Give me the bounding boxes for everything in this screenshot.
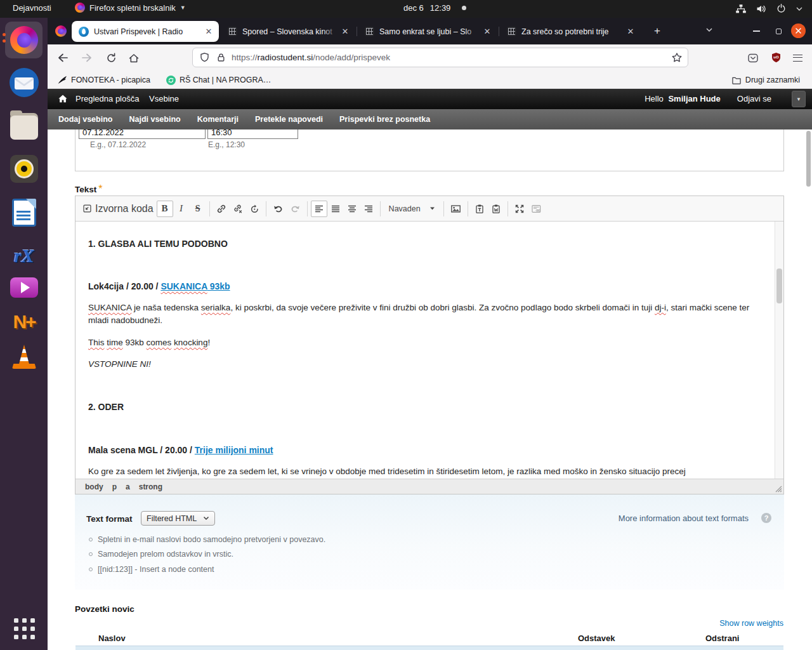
tab-close-icon[interactable]: ✕ [624, 27, 637, 36]
path-a[interactable]: a [126, 482, 130, 491]
paste-word-button[interactable] [488, 201, 504, 217]
help-icon[interactable]: ? [761, 513, 771, 523]
bookmark-fonoteka[interactable]: FONOTEKA - picapica [54, 74, 154, 86]
bookmark-star-button[interactable] [671, 52, 683, 63]
tab-separator [499, 27, 499, 36]
forward-button[interactable] [78, 49, 96, 67]
editor-scrollbar-thumb[interactable] [776, 269, 782, 303]
tab-close-icon[interactable]: ✕ [202, 27, 215, 36]
tekst-field-label: Tekst* [75, 183, 103, 195]
shield-icon [199, 52, 210, 63]
path-p[interactable]: p [112, 482, 117, 491]
anchor-button[interactable] [246, 201, 263, 217]
close-window-button[interactable] [791, 23, 806, 38]
show-row-weights-link[interactable]: Show row weights [719, 619, 783, 628]
italic-button[interactable]: I [173, 201, 190, 217]
menu-button[interactable] [789, 49, 806, 67]
align-right-button[interactable] [360, 201, 377, 217]
strikethrough-button[interactable]: S [190, 201, 206, 217]
align-center-button[interactable] [344, 201, 360, 217]
page-scrollbar-thumb[interactable] [806, 131, 811, 187]
unlink-button[interactable] [230, 201, 246, 217]
back-button[interactable] [54, 49, 72, 67]
resize-grip-icon[interactable] [775, 486, 782, 493]
tab-samo-enkrat[interactable]: Samo enkrat se ljubi – Slo ✕ [358, 21, 497, 42]
paste-text-button[interactable] [471, 201, 488, 217]
pocket-button[interactable] [744, 49, 762, 67]
drupal-home-button[interactable] [58, 94, 68, 103]
shortcut-dodaj-vsebino[interactable]: Dodaj vsebino [58, 115, 112, 124]
image-button[interactable] [447, 201, 464, 217]
shortcut-pretekle-napovedi[interactable]: Pretekle napovedi [255, 115, 323, 124]
dock-item-rx[interactable]: rX [8, 240, 40, 272]
editor-scrollbar[interactable] [775, 222, 783, 479]
activities-button[interactable]: Dejavnosti [9, 3, 55, 13]
minimize-button[interactable] [749, 23, 764, 39]
restore-button[interactable] [771, 23, 786, 39]
redo-button[interactable] [287, 201, 304, 217]
tab-separator [357, 27, 357, 36]
dock-item-rhythmbox[interactable] [8, 153, 40, 185]
home-button[interactable] [125, 49, 143, 67]
toolbar-toggle-button[interactable]: ▼ [792, 91, 806, 107]
thunderbird-dock-icon [10, 68, 39, 97]
link-button[interactable] [213, 201, 230, 217]
editor-paragraph: VSTOPNINE NI! [88, 358, 151, 371]
ublock-button[interactable]: uO [767, 49, 785, 67]
align-justify-button[interactable] [327, 201, 344, 217]
bold-button[interactable]: B [157, 201, 173, 217]
dock-item-vlc[interactable] [8, 342, 40, 373]
tab-list-button[interactable] [705, 26, 714, 34]
url-bar[interactable]: https://radiostudent.si/node/add/prispev… [192, 48, 688, 67]
system-status-area[interactable] [735, 3, 803, 14]
date-input[interactable] [79, 129, 206, 139]
field-label-text: Tekst [75, 185, 96, 194]
maximize-button[interactable] [511, 201, 528, 217]
paragraph-format-dropdown[interactable]: Navaden [384, 201, 440, 217]
more-info-link[interactable]: More information about text formats [619, 514, 749, 523]
greeting-text: Hello Smiljan Hude [645, 94, 721, 103]
tab-close-icon[interactable]: ✕ [339, 27, 351, 36]
source-button[interactable]: Izvorna koda [79, 201, 157, 217]
dock-item-videos[interactable] [8, 272, 40, 303]
new-tab-button[interactable]: + [649, 24, 665, 39]
show-apps-button[interactable] [8, 613, 40, 644]
dock-item-files[interactable] [8, 110, 40, 142]
ethernet-icon [735, 4, 747, 14]
dock-item-firefox[interactable] [8, 24, 40, 56]
admin-link-vsebine[interactable]: Vsebine [149, 94, 179, 103]
editor-body[interactable]: 1. GLASBA ALI TEMU PODOBNO Lok4cija / 20… [75, 222, 783, 479]
reload-icon [106, 53, 117, 63]
reload-button[interactable] [102, 49, 120, 67]
firefox-view-button[interactable] [53, 23, 69, 39]
logout-link[interactable]: Odjavi se [737, 94, 771, 103]
admin-link-pregledna-plosca[interactable]: Pregledna plošča [75, 94, 139, 103]
dock-item-thunderbird[interactable] [8, 67, 40, 98]
shortcut-komentarji[interactable]: Komentarji [197, 115, 239, 124]
tab-za-sreco[interactable]: Za srečo so potrebni trije ✕ [500, 21, 641, 42]
shortcut-prispevki-brez-posnetka[interactable]: Prispevki brez posnetka [339, 115, 430, 124]
editor-link[interactable]: Trije milijoni minut [195, 445, 273, 455]
path-strong[interactable]: strong [139, 482, 162, 491]
align-left-button[interactable] [311, 201, 327, 217]
tab-close-icon[interactable]: ✕ [481, 27, 494, 36]
embed-button[interactable] [528, 201, 545, 217]
toolbar-separator [380, 201, 381, 216]
undo-button[interactable] [270, 201, 287, 217]
text-format-select[interactable]: Filtered HTML [141, 511, 215, 526]
path-body[interactable]: body [85, 482, 103, 491]
tab-ustvari-prispevek[interactable]: Ustvari Prispevek | Radio ✕ [72, 21, 219, 42]
shortcut-najdi-vsebino[interactable]: Najdi vsebino [129, 115, 180, 124]
dock-item-libreoffice[interactable] [8, 197, 40, 229]
clock-button[interactable]: dec 6 12:39 [403, 3, 466, 13]
app-menu-button[interactable]: Firefox spletni brskalnik ▼ [75, 3, 186, 13]
other-bookmarks-button[interactable]: Drugi zaznamki [728, 74, 803, 86]
time-input[interactable] [207, 129, 298, 139]
dock-item-nplus[interactable]: N+ [8, 306, 40, 338]
tab-spored[interactable]: Spored – Slovenska kinot ✕ [221, 21, 355, 42]
toolbar-separator [468, 201, 468, 216]
dock: rX N+ [0, 18, 48, 650]
bookmark-rs-chat[interactable]: RŠ Chat | NA PROGRA… [163, 74, 274, 86]
editor-link[interactable]: SUKANICA 93kb [160, 281, 230, 291]
bookmarks-bar: FONOTEKA - picapica RŠ Chat | NA PROGRA…… [48, 71, 812, 89]
